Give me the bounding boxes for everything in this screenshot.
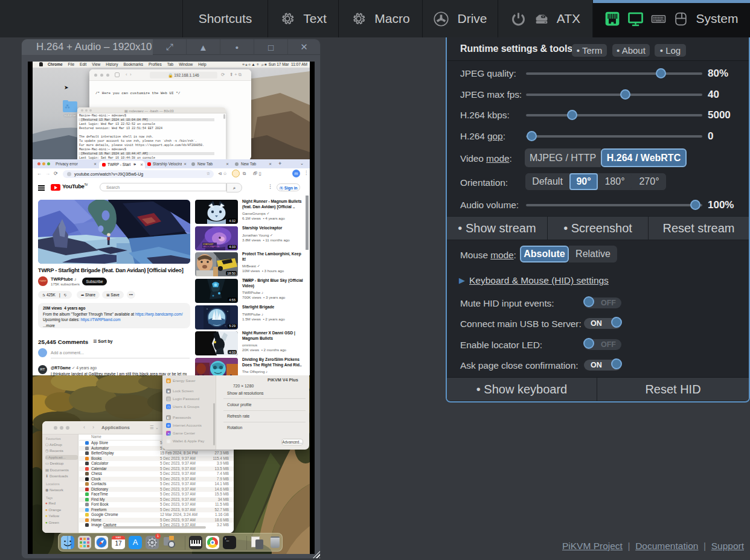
svg-text:VELOCIRAPTOR: VELOCIRAPTOR — [203, 246, 220, 248]
